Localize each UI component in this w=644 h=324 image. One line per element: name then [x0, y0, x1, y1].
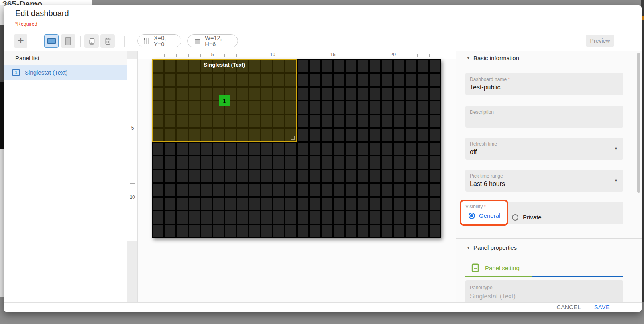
- grid-cell[interactable]: [322, 74, 332, 86]
- grid-cell[interactable]: [358, 101, 368, 113]
- grid-cell[interactable]: [298, 170, 308, 182]
- grid-cell[interactable]: [285, 198, 296, 210]
- grid-cell[interactable]: [310, 101, 320, 113]
- grid-cell[interactable]: [418, 170, 428, 182]
- grid-cell[interactable]: [418, 198, 428, 210]
- grid-cell[interactable]: [334, 184, 344, 196]
- grid-cell[interactable]: [394, 211, 404, 223]
- grid-cell[interactable]: [430, 74, 440, 86]
- grid-cell[interactable]: [406, 115, 416, 127]
- grid-cell[interactable]: [346, 60, 356, 72]
- grid-cell[interactable]: [298, 129, 308, 141]
- grid-cell[interactable]: [406, 88, 416, 100]
- grid-cell[interactable]: [370, 156, 380, 168]
- visibility-radio-private[interactable]: Private: [512, 214, 542, 221]
- grid-cell[interactable]: [346, 115, 356, 127]
- grid-cell[interactable]: [322, 115, 332, 127]
- grid-cell[interactable]: [406, 225, 416, 237]
- grid-cell[interactable]: [189, 184, 200, 196]
- grid-cell[interactable]: [273, 143, 284, 155]
- grid-cell[interactable]: [225, 211, 236, 223]
- grid-cell[interactable]: [237, 184, 247, 196]
- grid-cell[interactable]: [430, 156, 440, 168]
- grid-cell[interactable]: [213, 225, 224, 237]
- grid-cell[interactable]: [201, 156, 212, 168]
- grid-cell[interactable]: [153, 143, 163, 155]
- grid-cell[interactable]: [177, 156, 187, 168]
- grid-cell[interactable]: [237, 143, 247, 155]
- grid-cell[interactable]: [165, 225, 175, 237]
- grid-cell[interactable]: [334, 129, 344, 141]
- panel-list-item-selected[interactable]: 1 Singlestat (Text): [4, 65, 127, 80]
- cancel-button[interactable]: CANCEL: [557, 304, 581, 310]
- grid-cell[interactable]: [406, 184, 416, 196]
- grid-cell[interactable]: [382, 211, 392, 223]
- grid-cell[interactable]: [273, 156, 284, 168]
- grid-cell[interactable]: [430, 225, 440, 237]
- grid-cell[interactable]: [237, 225, 247, 237]
- grid-cell[interactable]: [322, 88, 332, 100]
- grid-cell[interactable]: [201, 198, 212, 210]
- grid-cell[interactable]: [225, 198, 236, 210]
- grid-cell[interactable]: [298, 143, 308, 155]
- grid-cell[interactable]: [177, 198, 187, 210]
- grid-cell[interactable]: [358, 225, 368, 237]
- grid-cell[interactable]: [249, 198, 260, 210]
- grid-cell[interactable]: [153, 211, 163, 223]
- grid-cell[interactable]: [334, 101, 344, 113]
- grid-cell[interactable]: [322, 198, 332, 210]
- grid-cell[interactable]: [358, 115, 368, 127]
- grid-cell[interactable]: [406, 129, 416, 141]
- grid-cell[interactable]: [370, 143, 380, 155]
- grid-cell[interactable]: [298, 101, 308, 113]
- grid-cell[interactable]: [273, 225, 284, 237]
- grid-cell[interactable]: [213, 198, 224, 210]
- grid-cell[interactable]: [285, 225, 296, 237]
- grid-cell[interactable]: [298, 115, 308, 127]
- grid-cell[interactable]: [298, 88, 308, 100]
- grid-cell[interactable]: [285, 170, 296, 182]
- grid-cell[interactable]: [346, 170, 356, 182]
- grid-cell[interactable]: [418, 184, 428, 196]
- grid-cell[interactable]: [370, 198, 380, 210]
- grid-cell[interactable]: [165, 143, 175, 155]
- grid-cell[interactable]: [177, 170, 187, 182]
- grid-cell[interactable]: [430, 184, 440, 196]
- grid-cell[interactable]: [237, 156, 247, 168]
- grid-cell[interactable]: [418, 101, 428, 113]
- grid-cell[interactable]: [298, 74, 308, 86]
- grid-cell[interactable]: [334, 60, 344, 72]
- grid-cell[interactable]: [322, 184, 332, 196]
- grid-cell[interactable]: [358, 211, 368, 223]
- grid-cell[interactable]: [310, 143, 320, 155]
- grid-cell[interactable]: [249, 143, 260, 155]
- grid-cell[interactable]: [201, 225, 212, 237]
- grid-cell[interactable]: [237, 170, 247, 182]
- grid-cell[interactable]: [358, 143, 368, 155]
- grid-cell[interactable]: [418, 88, 428, 100]
- grid-cell[interactable]: [261, 198, 272, 210]
- grid-cell[interactable]: [346, 129, 356, 141]
- grid-cell[interactable]: [370, 170, 380, 182]
- panel-resize-handle[interactable]: [291, 136, 295, 140]
- grid-cell[interactable]: [370, 60, 380, 72]
- grid-cell[interactable]: [358, 184, 368, 196]
- grid-cell[interactable]: [394, 156, 404, 168]
- grid-cell[interactable]: [382, 101, 392, 113]
- grid-cell[interactable]: [346, 198, 356, 210]
- grid-cell[interactable]: [430, 129, 440, 141]
- grid-cell[interactable]: [189, 156, 200, 168]
- grid-cell[interactable]: [310, 184, 320, 196]
- grid-cell[interactable]: [153, 184, 163, 196]
- grid-cell[interactable]: [213, 156, 224, 168]
- grid-cell[interactable]: [370, 211, 380, 223]
- grid-cell[interactable]: [201, 143, 212, 155]
- grid-cell[interactable]: [418, 225, 428, 237]
- grid-cell[interactable]: [358, 156, 368, 168]
- grid-cell[interactable]: [394, 143, 404, 155]
- grid-cell[interactable]: [394, 115, 404, 127]
- delete-panel-button[interactable]: [100, 34, 115, 48]
- grid-cell[interactable]: [418, 115, 428, 127]
- grid-cell[interactable]: [261, 211, 272, 223]
- grid-cell[interactable]: [358, 198, 368, 210]
